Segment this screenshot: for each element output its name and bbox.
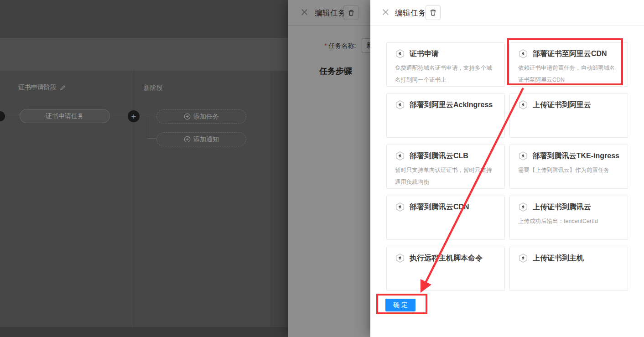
plus-circle-icon bbox=[184, 136, 191, 143]
task-card[interactable]: 部署到腾讯云TKE-ingress 需要【上传到腾讯云】作为前置任务 bbox=[509, 145, 628, 189]
task-card-header: 证书申请 bbox=[395, 49, 496, 59]
task-card-title: 部署到阿里云AckIngress bbox=[410, 100, 493, 110]
stage-column-3 bbox=[270, 71, 288, 327]
task-card-header: 部署到腾讯云CLB bbox=[395, 151, 496, 161]
delete-task-button[interactable] bbox=[343, 5, 358, 20]
task-hexagon-icon bbox=[395, 253, 405, 263]
task-card-header: 部署到腾讯云CDN bbox=[395, 202, 496, 212]
task-node-cert-apply[interactable]: 证书申请任务 bbox=[20, 109, 110, 123]
task-card[interactable]: 上传证书到主机 bbox=[509, 247, 628, 291]
task-card[interactable]: 部署到阿里云AckIngress bbox=[386, 93, 505, 138]
stage-divider bbox=[270, 71, 271, 327]
connector-line bbox=[147, 138, 156, 139]
connector-line bbox=[110, 116, 128, 116]
delete-task-button[interactable] bbox=[426, 5, 441, 20]
stage-title-new-stage: 新阶段 bbox=[144, 84, 163, 92]
task-card-header: 上传证书到阿里云 bbox=[518, 100, 619, 110]
task-hexagon-icon bbox=[395, 151, 405, 161]
task-card-grid: 证书申请 免费通配符域名证书申请，支持多个域名打到同一个证书上 部署证书至阿里云… bbox=[386, 42, 628, 291]
task-steps-heading: 任务步骤 bbox=[319, 66, 352, 77]
task-card-header: 执行远程主机脚本命令 bbox=[395, 253, 496, 263]
task-name-row: *任务名称: bbox=[324, 42, 356, 50]
task-card-header: 上传证书到主机 bbox=[518, 253, 619, 263]
task-card-description: 暂时只支持单向认证证书，暂时只支持通用负载均衡 bbox=[395, 164, 496, 188]
task-card[interactable]: 上传证书到阿里云 bbox=[509, 93, 628, 138]
task-name-label: 任务名称: bbox=[328, 42, 356, 49]
task-hexagon-icon bbox=[518, 49, 528, 59]
task-hexagon-icon bbox=[395, 202, 405, 212]
connector-line bbox=[147, 116, 147, 139]
task-card[interactable]: 执行远程主机脚本命令 bbox=[386, 247, 505, 291]
task-card[interactable]: 证书申请 免费通配符域名证书申请，支持多个域名打到同一个证书上 bbox=[386, 42, 505, 87]
add-notification-button[interactable]: 添加通知 bbox=[156, 132, 246, 146]
task-type-drawer: 编辑任务 证书申请 免费通配符域名证书申请，支持多个域名打到同一个证书上 部署证… bbox=[370, 0, 644, 337]
drawer-title: 编辑任务 bbox=[315, 8, 346, 18]
task-card-title: 上传证书到阿里云 bbox=[533, 100, 591, 110]
plus-circle-icon bbox=[184, 113, 191, 120]
close-icon[interactable] bbox=[382, 9, 389, 16]
task-card-title: 部署到腾讯云TKE-ingress bbox=[533, 151, 619, 161]
drawer-header: 编辑任务 bbox=[370, 0, 644, 26]
stage-title-cert-apply: 证书申请阶段 bbox=[18, 83, 66, 92]
task-card-title: 执行远程主机脚本命令 bbox=[410, 254, 483, 263]
task-card-description: 依赖证书申请前置任务，自动部署域名证书至阿里云CDN bbox=[518, 62, 619, 86]
task-hexagon-icon bbox=[518, 253, 528, 263]
add-notification-label: 添加通知 bbox=[193, 135, 219, 144]
task-card-header: 上传证书到腾讯云 bbox=[518, 202, 619, 212]
task-hexagon-icon bbox=[518, 151, 528, 161]
required-asterisk: * bbox=[324, 42, 327, 49]
task-card[interactable]: 上传证书到腾讯云 上传成功后输出：tencentCertId bbox=[509, 196, 628, 240]
add-stage-button[interactable]: + bbox=[128, 110, 140, 122]
task-hexagon-icon bbox=[518, 202, 528, 212]
add-task-button[interactable]: 添加任务 bbox=[156, 109, 246, 124]
task-card-title: 部署到腾讯云CLB bbox=[410, 151, 468, 161]
task-hexagon-icon bbox=[395, 49, 405, 59]
task-hexagon-icon bbox=[518, 100, 528, 110]
task-hexagon-icon bbox=[395, 100, 405, 110]
edit-pencil-icon[interactable] bbox=[60, 85, 66, 91]
task-card-title: 上传证书到腾讯云 bbox=[533, 202, 591, 212]
task-card-title: 部署到腾讯云CDN bbox=[410, 202, 469, 212]
task-card-title: 上传证书到主机 bbox=[533, 254, 584, 263]
add-task-label: 添加任务 bbox=[193, 113, 219, 121]
task-card-title: 证书申请 bbox=[410, 49, 439, 59]
confirm-button[interactable]: 确 定 bbox=[385, 299, 415, 311]
connector-line bbox=[140, 116, 156, 116]
stage-title-label: 证书申请阶段 bbox=[18, 83, 57, 92]
task-card[interactable]: 部署到腾讯云CDN bbox=[386, 196, 505, 240]
task-card-header: 部署证书至阿里云CDN bbox=[518, 49, 619, 59]
task-card[interactable]: 部署到腾讯云CLB 暂时只支持单向认证证书，暂时只支持通用负载均衡 bbox=[386, 145, 505, 189]
drawer-title: 编辑任务 bbox=[395, 8, 426, 18]
stage-title-label: 新阶段 bbox=[144, 84, 163, 92]
close-icon[interactable] bbox=[301, 9, 308, 16]
task-card[interactable]: 部署证书至阿里云CDN 依赖证书申请前置任务，自动部署域名证书至阿里云CDN bbox=[509, 42, 628, 87]
task-card-title: 部署证书至阿里云CDN bbox=[533, 49, 607, 59]
task-card-header: 部署到阿里云AckIngress bbox=[395, 100, 496, 110]
task-card-description: 上传成功后输出：tencentCertId bbox=[518, 215, 619, 227]
stage-divider bbox=[134, 71, 134, 327]
task-card-description: 需要【上传到腾讯云】作为前置任务 bbox=[518, 164, 619, 176]
trash-icon bbox=[348, 9, 355, 16]
trash-icon bbox=[429, 9, 437, 16]
task-card-description: 免费通配符域名证书申请，支持多个域名打到同一个证书上 bbox=[395, 62, 496, 86]
task-card-header: 部署到腾讯云TKE-ingress bbox=[518, 151, 619, 161]
